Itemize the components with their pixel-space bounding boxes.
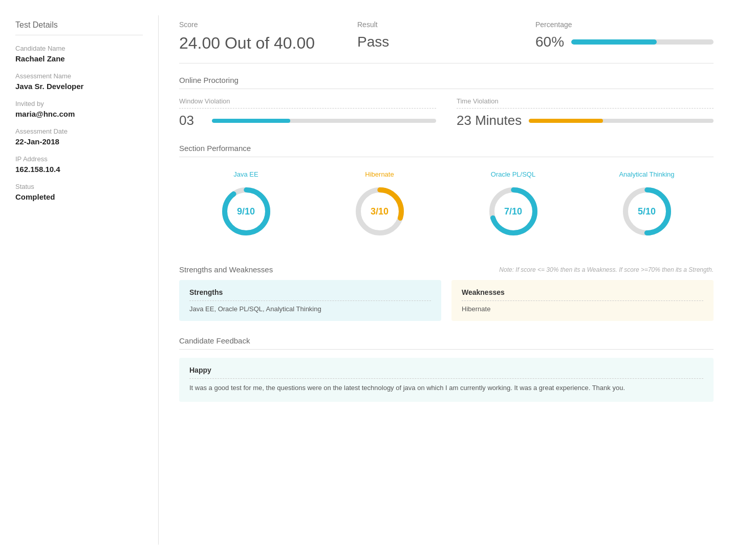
donut-center-text-1: 3/10 [371, 206, 388, 217]
donut-col-3: Analytical Thinking 5/10 [619, 170, 675, 240]
donut-col-0: Java EE 9/10 [218, 170, 274, 240]
sw-note: Note: If score <= 30% then its a Weaknes… [499, 266, 714, 273]
window-violation-bar-bg [212, 119, 436, 123]
donut-col-2: Oracle PL/SQL 7/10 [485, 170, 542, 240]
assessment-name-label: Assessment Name [15, 72, 143, 80]
feedback-section: Candidate Feedback Happy It was a good t… [179, 336, 714, 402]
window-violation-number: 03 [179, 113, 205, 128]
score-header: Score [179, 20, 357, 29]
window-violation-label: Window Violation [179, 97, 436, 109]
donut-label-3: Analytical Thinking [619, 170, 674, 178]
donut-wrapper-0: 9/10 [218, 183, 274, 240]
window-violation-col: Window Violation 03 [179, 97, 436, 128]
violation-row: Window Violation 03 Time Violation 23 Mi… [179, 97, 714, 128]
candidate-name-value: Rachael Zane [15, 54, 143, 63]
sidebar: Test Details Candidate Name Rachael Zane… [0, 15, 159, 545]
sw-cards: Strengths Java EE, Oracle PL/SQL, Analyt… [179, 280, 714, 321]
performance-section: Section Performance Java EE 9/10 Hiberna… [179, 144, 714, 250]
ip-address-value: 162.158.10.4 [15, 165, 143, 174]
donut-col-1: Hibernate 3/10 [352, 170, 408, 240]
time-violation-bar-fill [529, 119, 602, 123]
sidebar-title: Test Details [15, 20, 143, 35]
score-value: 24.00 Out of 40.00 [179, 34, 357, 53]
percentage-row: 60% [535, 34, 714, 50]
sw-title: Strengths and Weaknesses [179, 265, 273, 274]
time-violation-bar-bg [529, 119, 714, 123]
weaknesses-card: Weaknesses Hibernate [451, 280, 714, 321]
percentage-col: Percentage 60% [535, 20, 714, 50]
score-row: Score 24.00 Out of 40.00 Result Pass Per… [179, 20, 714, 63]
time-violation-number: 23 Minutes [457, 113, 522, 128]
sw-section: Strengths and Weaknesses Note: If score … [179, 265, 714, 321]
result-col: Result Pass [357, 20, 535, 50]
score-col: Score 24.00 Out of 40.00 [179, 20, 357, 53]
main-content: Score 24.00 Out of 40.00 Result Pass Per… [159, 15, 734, 545]
donut-wrapper-2: 7/10 [485, 183, 542, 240]
status-label: Status [15, 183, 143, 190]
percentage-bar-bg [571, 39, 714, 45]
donut-center-text-0: 9/10 [237, 206, 255, 217]
assessment-date-label: Assessment Date [15, 127, 143, 135]
time-violation-value-row: 23 Minutes [457, 113, 714, 128]
invited-by-label: Invited by [15, 100, 143, 107]
feedback-card: Happy It was a good test for me, the que… [179, 358, 714, 402]
percentage-value: 60% [535, 34, 564, 50]
donut-row: Java EE 9/10 Hibernate 3/10 Oracle PL/SQ… [179, 165, 714, 250]
result-header: Result [357, 20, 535, 29]
result-value: Pass [357, 34, 535, 50]
feedback-card-text: It was a good test for me, the questions… [189, 383, 703, 394]
weaknesses-card-title: Weaknesses [462, 288, 703, 301]
assessment-name-value: Java Sr. Developer [15, 82, 143, 91]
time-violation-col: Time Violation 23 Minutes [457, 97, 714, 128]
strengths-card-title: Strengths [189, 288, 431, 301]
donut-label-2: Oracle PL/SQL [491, 170, 535, 178]
status-value: Completed [15, 192, 143, 201]
percentage-bar-fill [571, 39, 657, 45]
time-violation-label: Time Violation [457, 97, 714, 109]
proctoring-title: Online Proctoring [179, 76, 714, 89]
strengths-card-content: Java EE, Oracle PL/SQL, Analytical Think… [189, 305, 431, 313]
performance-title: Section Performance [179, 144, 714, 157]
feedback-title: Candidate Feedback [179, 336, 714, 350]
donut-center-text-3: 5/10 [638, 206, 656, 217]
feedback-card-title: Happy [189, 366, 703, 379]
proctoring-section: Online Proctoring Window Violation 03 Ti… [179, 76, 714, 128]
invited-by-value: maria@hnc.com [15, 110, 143, 118]
donut-label-0: Java EE [233, 170, 258, 178]
donut-center-text-2: 7/10 [504, 206, 522, 217]
donut-label-1: Hibernate [365, 170, 394, 178]
donut-wrapper-3: 5/10 [619, 183, 675, 240]
candidate-name-label: Candidate Name [15, 45, 143, 52]
sw-header-row: Strengths and Weaknesses Note: If score … [179, 265, 714, 274]
strengths-card: Strengths Java EE, Oracle PL/SQL, Analyt… [179, 280, 441, 321]
weaknesses-card-content: Hibernate [462, 305, 703, 313]
assessment-date-value: 22-Jan-2018 [15, 137, 143, 146]
window-violation-value-row: 03 [179, 113, 436, 128]
donut-wrapper-1: 3/10 [352, 183, 408, 240]
ip-address-label: IP Address [15, 155, 143, 163]
percentage-header: Percentage [535, 20, 714, 29]
window-violation-bar-fill [212, 119, 290, 123]
